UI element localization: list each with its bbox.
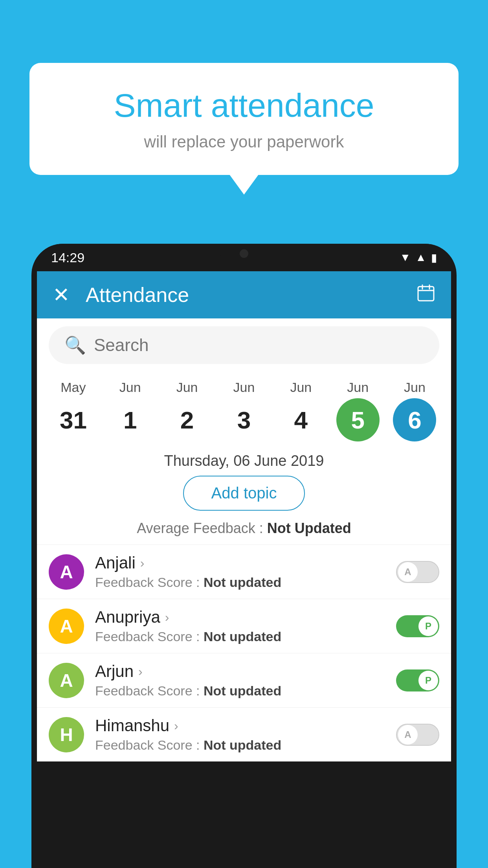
student-feedback-anjali: Feedback Score : Not updated bbox=[95, 575, 385, 590]
student-row-anjali[interactable]: A Anjali › Feedback Score : Not updated … bbox=[37, 544, 451, 599]
student-name-arjun: Arjun › bbox=[95, 662, 385, 681]
attendance-toggle-arjun[interactable]: P bbox=[396, 669, 439, 691]
date-item-jun6[interactable]: Jun 6 bbox=[393, 380, 436, 441]
svg-rect-0 bbox=[418, 287, 434, 301]
attendance-toggle-anjali[interactable]: A bbox=[396, 561, 439, 583]
student-feedback-himanshu: Feedback Score : Not updated bbox=[95, 737, 385, 753]
student-info-himanshu: Himanshu › Feedback Score : Not updated bbox=[95, 716, 385, 753]
chevron-icon: › bbox=[174, 719, 178, 733]
search-icon: 🔍 bbox=[64, 335, 86, 355]
chevron-icon: › bbox=[140, 556, 145, 570]
battery-icon: ▮ bbox=[431, 251, 437, 264]
chevron-icon: › bbox=[138, 664, 143, 679]
app-title: Attendance bbox=[86, 283, 401, 307]
speech-bubble-title: Smart attendance bbox=[61, 86, 427, 125]
date-item-jun3[interactable]: Jun 3 bbox=[222, 380, 266, 441]
student-row-arjun[interactable]: A Arjun › Feedback Score : Not updated P bbox=[37, 653, 451, 707]
student-info-arjun: Arjun › Feedback Score : Not updated bbox=[95, 662, 385, 699]
app-content: ✕ Attendance 🔍 May 31 Jun bbox=[37, 271, 451, 761]
avatar-arjun: A bbox=[49, 663, 84, 698]
attendance-toggle-himanshu[interactable]: A bbox=[396, 724, 439, 746]
avg-feedback: Average Feedback : Not Updated bbox=[37, 520, 451, 544]
toggle-knob-anupriya: P bbox=[418, 616, 438, 636]
date-item-jun5[interactable]: Jun 5 bbox=[336, 380, 380, 441]
student-name-anupriya: Anupriya › bbox=[95, 608, 385, 627]
speech-bubble-container: Smart attendance will replace your paper… bbox=[29, 63, 459, 175]
date-item-jun2[interactable]: Jun 2 bbox=[165, 380, 209, 441]
signal-icon: ▲ bbox=[415, 251, 426, 264]
phone-notch bbox=[218, 244, 270, 263]
chevron-icon: › bbox=[165, 610, 169, 625]
status-bar: 14:29 ▼ ▲ ▮ bbox=[31, 244, 457, 271]
date-item-jun4[interactable]: Jun 4 bbox=[279, 380, 323, 441]
date-item-jun1[interactable]: Jun 1 bbox=[108, 380, 152, 441]
avg-feedback-value: Not Updated bbox=[267, 520, 351, 536]
calendar-icon[interactable] bbox=[416, 283, 435, 307]
avatar-anjali: A bbox=[49, 554, 84, 590]
student-list: A Anjali › Feedback Score : Not updated … bbox=[37, 544, 451, 761]
avg-feedback-label: Average Feedback : bbox=[137, 520, 263, 536]
student-info-anjali: Anjali › Feedback Score : Not updated bbox=[95, 554, 385, 590]
student-name-anjali: Anjali › bbox=[95, 554, 385, 572]
phone-frame: 14:29 ▼ ▲ ▮ ✕ Attendance bbox=[31, 244, 457, 868]
status-icons: ▼ ▲ ▮ bbox=[400, 251, 437, 264]
add-topic-button[interactable]: Add topic bbox=[183, 476, 305, 511]
search-input[interactable] bbox=[94, 335, 424, 355]
speech-bubble-subtitle: will replace your paperwork bbox=[61, 132, 427, 151]
wifi-icon: ▼ bbox=[400, 251, 411, 264]
avatar-himanshu: H bbox=[49, 717, 84, 752]
close-button[interactable]: ✕ bbox=[53, 283, 70, 307]
student-name-himanshu: Himanshu › bbox=[95, 716, 385, 735]
search-bar[interactable]: 🔍 bbox=[49, 326, 439, 364]
toggle-knob-himanshu: A bbox=[398, 725, 418, 745]
toggle-knob-arjun: P bbox=[418, 671, 438, 690]
app-header: ✕ Attendance bbox=[37, 271, 451, 318]
status-time: 14:29 bbox=[51, 250, 84, 265]
attendance-toggle-anupriya[interactable]: P bbox=[396, 615, 439, 637]
date-row: May 31 Jun 1 Jun 2 Jun 3 Jun 4 Jun 5 bbox=[37, 372, 451, 441]
student-row-himanshu[interactable]: H Himanshu › Feedback Score : Not update… bbox=[37, 707, 451, 761]
student-info-anupriya: Anupriya › Feedback Score : Not updated bbox=[95, 608, 385, 644]
avatar-anupriya: A bbox=[49, 609, 84, 644]
date-item-may31[interactable]: May 31 bbox=[51, 380, 95, 441]
toggle-knob-anjali: A bbox=[398, 562, 418, 582]
speech-bubble: Smart attendance will replace your paper… bbox=[29, 63, 459, 175]
selected-date: Thursday, 06 June 2019 bbox=[37, 441, 451, 476]
student-feedback-anupriya: Feedback Score : Not updated bbox=[95, 629, 385, 644]
camera-dot bbox=[240, 249, 248, 258]
student-row-anupriya[interactable]: A Anupriya › Feedback Score : Not update… bbox=[37, 599, 451, 653]
student-feedback-arjun: Feedback Score : Not updated bbox=[95, 683, 385, 699]
